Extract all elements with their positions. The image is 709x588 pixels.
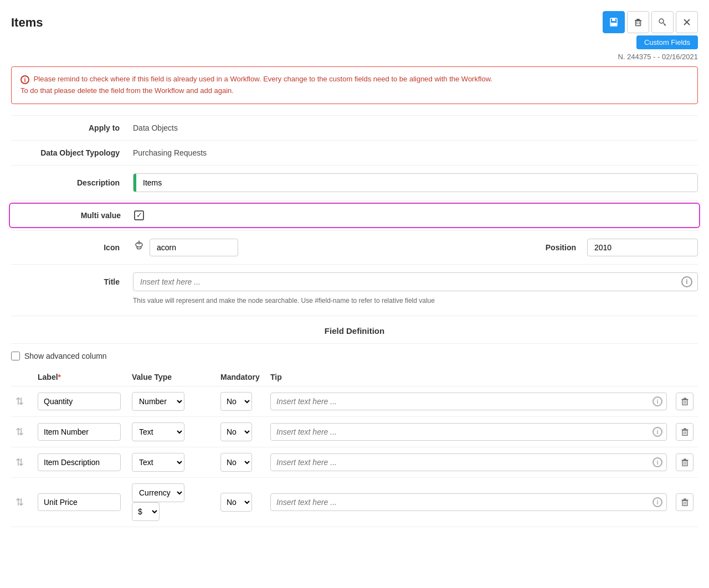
tip-input-wrapper: i <box>270 393 667 410</box>
apply-to-label: Apply to <box>11 123 133 132</box>
tip-info-icon[interactable]: i <box>653 497 662 507</box>
title-info-icon[interactable]: i <box>681 276 692 287</box>
label-input[interactable] <box>38 393 121 410</box>
delete-cell <box>671 477 698 527</box>
label-cell <box>33 416 127 447</box>
tip-input-wrapper: i <box>270 453 667 471</box>
header-actions: Custom Fields N. 244375 - - 02/16/2021 <box>603 11 698 61</box>
svg-rect-32 <box>684 498 686 499</box>
delete-row-button[interactable] <box>676 493 693 511</box>
value-type-select[interactable]: NumberTextCurrencyDateBoolean <box>132 392 184 411</box>
col-header-mandatory: Mandatory <box>216 368 266 386</box>
acorn-icon <box>133 240 145 255</box>
table-row: ⇅NumberTextCurrencyDateBooleanNoYes i <box>11 416 698 447</box>
tip-input[interactable] <box>270 393 667 410</box>
show-advanced-label[interactable]: Show advanced column <box>24 352 107 360</box>
icon-row: Icon Position <box>11 231 698 265</box>
form-section: Apply to Data Objects Data Object Typolo… <box>11 115 698 316</box>
tip-info-icon[interactable]: i <box>653 396 662 406</box>
delete-cell <box>671 416 698 447</box>
tip-info-icon[interactable]: i <box>653 457 662 467</box>
drag-handle[interactable]: ⇅ <box>16 426 24 437</box>
svg-rect-22 <box>684 428 686 429</box>
position-input[interactable] <box>587 239 698 256</box>
tip-input-wrapper: i <box>270 493 667 511</box>
position-group: Position <box>546 239 698 256</box>
svg-rect-19 <box>682 400 687 405</box>
table-row: ⇅NumberTextCurrencyDateBoolean $€£¥NoYes… <box>11 477 698 527</box>
multi-value-row: Multi value <box>9 203 700 228</box>
tip-cell: i <box>266 416 671 447</box>
typology-label: Data Object Typology <box>11 148 133 157</box>
value-type-select[interactable]: NumberTextCurrencyDateBoolean <box>132 422 184 441</box>
icon-text-input[interactable] <box>150 239 238 256</box>
mandatory-select[interactable]: NoYes <box>220 453 252 472</box>
delete-row-button[interactable] <box>676 423 693 441</box>
col-header-drag <box>11 368 33 386</box>
warning-icon: i <box>20 75 29 84</box>
field-definition-header: Field Definition <box>11 316 698 344</box>
show-advanced-checkbox[interactable] <box>11 352 20 360</box>
label-input[interactable] <box>38 493 121 511</box>
delete-cell <box>671 386 698 416</box>
svg-point-8 <box>659 19 664 23</box>
multi-value-checkbox[interactable] <box>134 210 144 220</box>
col-header-tip: Tip <box>266 368 671 386</box>
tip-input[interactable] <box>270 493 667 511</box>
tip-cell: i <box>266 477 671 527</box>
description-input[interactable] <box>136 174 697 192</box>
multi-value-checkbox-wrapper <box>134 210 697 220</box>
page-header: Items Custom Fields N. 244375 - - 02/16/… <box>11 11 698 61</box>
drag-handle[interactable]: ⇅ <box>16 497 24 508</box>
tip-input[interactable] <box>270 423 667 441</box>
drag-handle-cell: ⇅ <box>11 416 33 447</box>
delete-record-button[interactable] <box>627 11 649 33</box>
header-buttons <box>603 11 698 33</box>
show-advanced-row: Show advanced column <box>11 344 698 368</box>
close-button[interactable] <box>676 11 698 33</box>
svg-point-16 <box>138 241 140 242</box>
currency-symbol-select[interactable]: $€£¥ <box>132 502 160 521</box>
delete-row-button[interactable] <box>676 393 693 410</box>
required-star: * <box>58 373 61 381</box>
label-input[interactable] <box>38 453 121 471</box>
svg-rect-2 <box>611 23 616 25</box>
table-header-row: Label* Value Type Mandatory Tip <box>11 368 698 386</box>
icon-row-content: Position <box>133 239 698 256</box>
value-type-select[interactable]: NumberTextCurrencyDateBoolean <box>132 483 184 502</box>
col-header-value-type: Value Type <box>127 368 216 386</box>
title-row: Title i This value will represent and ma… <box>11 265 698 316</box>
drag-handle[interactable]: ⇅ <box>16 457 24 468</box>
tip-info-icon[interactable]: i <box>653 427 662 437</box>
save-button[interactable] <box>603 11 625 33</box>
mandatory-select[interactable]: NoYes <box>220 392 252 411</box>
type-cell: NumberTextCurrencyDateBoolean <box>127 447 216 477</box>
delete-row-button[interactable] <box>676 453 693 471</box>
table-row: ⇅NumberTextCurrencyDateBooleanNoYes i <box>11 447 698 477</box>
drag-handle-cell: ⇅ <box>11 447 33 477</box>
drag-handle[interactable]: ⇅ <box>16 396 24 407</box>
custom-fields-button[interactable]: Custom Fields <box>636 35 698 49</box>
value-type-select[interactable]: NumberTextCurrencyDateBoolean <box>132 453 184 472</box>
label-cell <box>33 447 127 477</box>
svg-rect-29 <box>682 461 687 466</box>
svg-rect-5 <box>636 21 641 26</box>
svg-rect-3 <box>636 19 640 20</box>
table-row: ⇅NumberTextCurrencyDateBooleanNoYes i <box>11 386 698 416</box>
icon-input-group <box>133 239 238 256</box>
field-table: Label* Value Type Mandatory Tip ⇅NumberT… <box>11 368 698 527</box>
type-cell: NumberTextCurrencyDateBoolean <box>127 386 216 416</box>
record-info: N. 244375 - - 02/16/2021 <box>618 53 698 61</box>
multi-value-label: Multi value <box>12 211 134 220</box>
title-hint: This value will represent and make the n… <box>133 293 698 308</box>
mandatory-select[interactable]: NoYes <box>220 422 252 441</box>
label-input[interactable] <box>38 423 121 441</box>
drag-handle-cell: ⇅ <box>11 386 33 416</box>
title-input[interactable] <box>133 272 698 291</box>
tip-cell: i <box>266 386 671 416</box>
typology-value: Purchasing Requests <box>133 148 698 157</box>
key-button[interactable] <box>651 11 674 33</box>
svg-rect-17 <box>684 398 686 399</box>
mandatory-select[interactable]: NoYes <box>220 493 252 512</box>
tip-input[interactable] <box>270 453 667 471</box>
